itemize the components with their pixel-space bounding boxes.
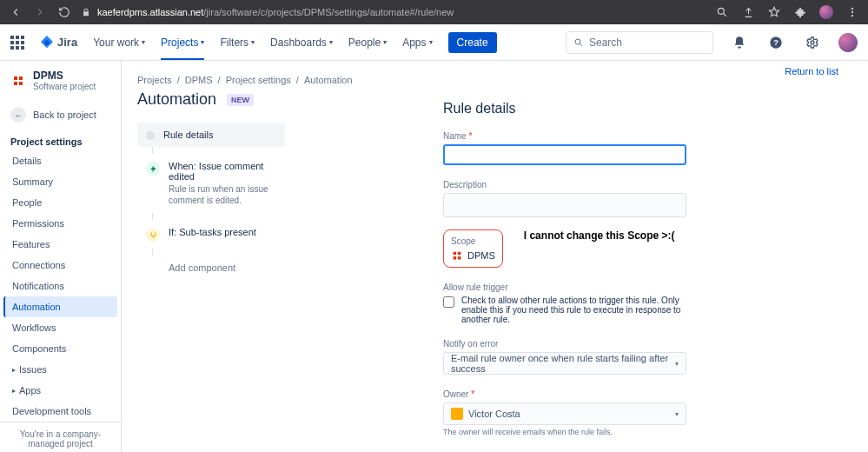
sidebar-group-apps[interactable]: ▸Apps (3, 380, 117, 401)
owner-select[interactable]: Victor Costa ▾ (443, 402, 686, 425)
sidebar-item-notifications[interactable]: Notifications (3, 276, 117, 296)
lock-icon (82, 7, 90, 17)
breadcrumb-projects[interactable]: Projects (137, 75, 172, 85)
address-bar[interactable]: kaeferdpms.atlassian.net/jira/software/c… (82, 7, 705, 17)
profile-avatar[interactable] (838, 33, 858, 52)
jira-brand[interactable]: Jira (40, 36, 77, 50)
name-label: Name * (443, 131, 472, 141)
nav-dashboards[interactable]: Dashboards▾ (270, 37, 333, 49)
url-path: /jira/software/c/projects/DPMS/settings/… (203, 7, 454, 17)
svg-point-4 (575, 39, 580, 44)
sidebar-item-connections[interactable]: Connections (3, 255, 117, 276)
sidebar-item-summary[interactable]: Summary (3, 171, 117, 192)
svg-point-7 (811, 41, 814, 44)
rule-builder-column: Projects/ DPMS/ Project settings/ Automa… (122, 61, 443, 452)
url-domain: kaeferdpms.atlassian.net (97, 7, 203, 17)
sidebar-footer: You're in a company-managed project Lear… (0, 422, 121, 452)
project-sidebar: DPMS Software project ← Back to project … (0, 61, 122, 452)
lightning-icon (146, 162, 160, 176)
form-title: Rule details (443, 101, 831, 116)
nav-back-icon[interactable] (9, 5, 23, 19)
return-to-list-link[interactable]: Return to list (785, 66, 838, 76)
step-add-component[interactable]: Add component (137, 256, 285, 280)
jira-logo-icon (40, 36, 54, 50)
brand-label: Jira (57, 36, 77, 49)
rule-details-form: Return to list Rule details Name * Descr… (443, 61, 860, 452)
nav-your-work[interactable]: Your work▾ (93, 37, 145, 49)
back-to-project[interactable]: ← Back to project (0, 100, 121, 130)
sidebar-item-details[interactable]: Details (3, 150, 117, 171)
allow-trigger-label: Allow rule trigger (443, 282, 507, 292)
owner-label: Owner * (443, 389, 474, 399)
notify-select[interactable]: E-mail rule owner once when rule starts … (443, 352, 686, 375)
project-icon (451, 249, 463, 262)
notifications-icon[interactable] (729, 32, 750, 53)
browser-chrome-bar: kaeferdpms.atlassian.net/jira/software/c… (0, 0, 868, 24)
nav-apps[interactable]: Apps▾ (402, 37, 432, 49)
sidebar-item-workflows[interactable]: Workflows (3, 317, 117, 338)
sidebar-item-people[interactable]: People (3, 192, 117, 213)
sidebar-section-title: Project settings (0, 130, 121, 150)
sidebar-project-header[interactable]: DPMS Software project (0, 61, 121, 100)
svg-point-0 (718, 8, 724, 14)
nav-forward-icon[interactable] (33, 5, 47, 19)
chevron-down-icon: ▾ (675, 360, 679, 368)
sidebar-group-issues[interactable]: ▸Issues (3, 359, 117, 380)
sidebar-item-devtools[interactable]: Development tools (3, 401, 117, 422)
allow-trigger-checkbox[interactable] (443, 296, 454, 308)
new-badge: NEW (227, 94, 254, 106)
step-trigger[interactable]: When: Issue comment edited Rule is run w… (137, 154, 285, 213)
description-input[interactable] (443, 193, 686, 217)
annotation-text: I cannot change this Scope >:( (524, 229, 675, 242)
scope-project-chip: DPMS (451, 249, 495, 262)
breadcrumb-automation[interactable]: Automation (304, 75, 353, 85)
extensions-icon[interactable] (793, 5, 807, 19)
browser-profile-avatar[interactable] (819, 5, 833, 19)
breadcrumb-project[interactable]: DPMS (185, 75, 213, 85)
settings-icon[interactable] (802, 32, 823, 53)
sidebar-item-components[interactable]: Components (3, 338, 117, 359)
search-placeholder: Search (589, 37, 622, 49)
nav-reload-icon[interactable] (57, 5, 71, 19)
notify-label: Notify on error (443, 339, 498, 349)
sidebar-items: Details Summary People Permissions Featu… (0, 150, 121, 422)
project-subtitle: Software project (33, 82, 96, 91)
share-icon[interactable] (741, 5, 755, 19)
owner-avatar-icon (451, 408, 463, 420)
condition-icon (146, 228, 160, 242)
app-switcher-icon[interactable] (10, 36, 24, 50)
search-icon (573, 37, 584, 48)
name-input[interactable] (443, 144, 686, 165)
search-icon[interactable] (715, 5, 729, 19)
jira-top-nav: Jira Your work▾ Projects▾ Filters▾ Dashb… (0, 24, 868, 61)
sidebar-item-permissions[interactable]: Permissions (3, 213, 117, 234)
sidebar-item-features[interactable]: Features (3, 234, 117, 255)
browser-menu-icon[interactable] (845, 5, 859, 19)
breadcrumb-settings[interactable]: Project settings (226, 75, 291, 85)
page-title: Automation (137, 90, 216, 109)
owner-hint: The owner will receive emails when the r… (443, 428, 831, 436)
step-rule-details[interactable]: Rule details (137, 123, 285, 147)
scope-callout: Scope DPMS (443, 229, 503, 268)
create-button[interactable]: Create (448, 32, 497, 53)
dot-icon (146, 131, 155, 140)
nav-projects[interactable]: Projects▾ (161, 37, 204, 49)
svg-point-2 (851, 11, 853, 13)
nav-filters[interactable]: Filters▾ (220, 37, 255, 49)
svg-text:?: ? (773, 38, 779, 47)
step-condition[interactable]: If: Sub-tasks present (137, 220, 285, 249)
help-icon[interactable]: ? (765, 32, 786, 53)
back-arrow-icon: ← (10, 107, 26, 123)
star-icon[interactable] (767, 5, 781, 19)
description-label: Description (443, 180, 487, 189)
global-search[interactable]: Search (566, 31, 713, 54)
svg-point-3 (851, 15, 853, 17)
nav-people[interactable]: People▾ (348, 37, 387, 49)
scope-label: Scope (451, 236, 475, 246)
chevron-down-icon: ▾ (675, 410, 679, 418)
project-icon (10, 73, 26, 89)
svg-point-1 (851, 8, 853, 10)
sidebar-item-automation[interactable]: Automation (3, 296, 117, 317)
breadcrumb: Projects/ DPMS/ Project settings/ Automa… (137, 75, 431, 85)
allow-trigger-description: Check to allow other rule actions to tri… (461, 296, 687, 324)
